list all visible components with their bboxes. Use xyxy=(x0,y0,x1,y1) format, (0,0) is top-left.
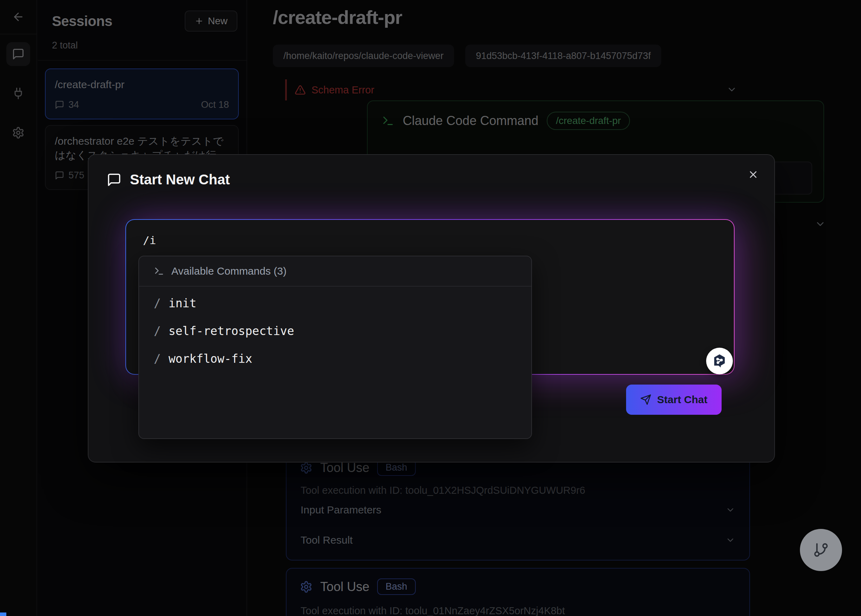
start-chat-button[interactable]: Start Chat xyxy=(626,385,721,415)
browser-extension-button[interactable] xyxy=(706,348,733,374)
message-input-value: /i xyxy=(143,234,156,247)
start-new-chat-modal: Start New Chat /i Available Commands (3)… xyxy=(88,154,775,462)
command-option-workflow-fix[interactable]: / workflow-fix xyxy=(139,345,531,372)
close-icon xyxy=(748,169,759,180)
command-autocomplete-dropdown: Available Commands (3) / init / self-ret… xyxy=(138,256,532,439)
available-commands-header: Available Commands (3) xyxy=(171,265,286,277)
start-chat-label: Start Chat xyxy=(657,394,707,405)
chat-bubble-icon xyxy=(107,173,121,187)
app-window: Sessions New 2 total /create-draft-pr 34… xyxy=(0,0,861,616)
git-branch-icon xyxy=(813,542,829,558)
command-option-init[interactable]: / init xyxy=(139,289,531,317)
terminal-icon xyxy=(154,266,164,277)
command-option-self-retrospective[interactable]: / self-retrospective xyxy=(139,317,531,345)
send-icon xyxy=(640,394,651,405)
close-button[interactable] xyxy=(748,169,759,180)
git-branch-floating-button[interactable] xyxy=(800,529,842,571)
corner-accent-strip xyxy=(0,613,6,616)
modal-title: Start New Chat xyxy=(130,172,230,187)
extension-chat-logo-icon xyxy=(711,353,728,369)
